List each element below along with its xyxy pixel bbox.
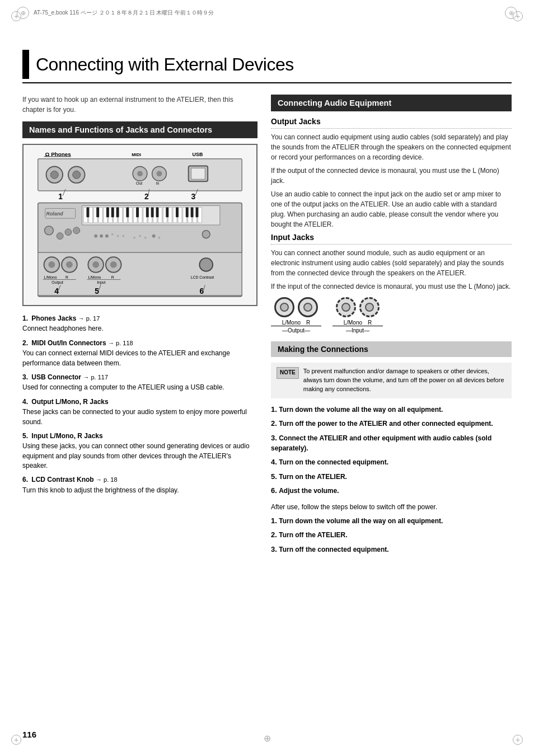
output-lmono-label: L/Mono [282,320,301,326]
svg-text:Roland: Roland [46,211,64,217]
output-jacks-title: Output Jacks [271,117,512,126]
header-text: AT-75_e.book 116 ページ ２０１８年８月２１日 木曜日 午前１０… [34,9,214,17]
list-item-2: 2. MIDI Out/In Connectors → p. 118 You c… [22,339,257,368]
svg-point-9 [137,171,143,176]
svg-rect-64 [191,207,194,217]
after-step-2: 2. Turn off the ATELIER. [271,529,512,541]
connection-steps: 1. Turn down the volume all the way on a… [271,404,512,496]
input-label-text: —Input— [346,327,369,334]
svg-rect-55 [116,207,119,217]
svg-text:4: 4 [54,287,59,295]
svg-text:Output: Output [51,280,63,285]
svg-text:MIDI: MIDI [132,152,141,157]
corner-mark-bl [11,735,21,745]
list-item-6: 6. LCD Contrast Knob → p. 18 Turn this k… [22,475,257,495]
output-labels-row: L/Mono R [282,320,311,326]
page-title-area: Connecting with External Devices [0,19,534,95]
svg-point-88 [92,261,99,268]
svg-rect-62 [176,207,179,217]
title-bar: Connecting with External Devices [22,50,512,83]
bottom-center-crosshair: ⊕ [264,733,271,744]
corner-mark-tl [11,11,21,21]
audio-connectors-diagram: L/Mono R —Output— [271,297,512,334]
svg-text:Input: Input [97,280,105,285]
svg-text:USB: USB [193,152,203,157]
svg-point-73 [111,233,114,236]
svg-point-84 [48,261,55,268]
jacks-diagram: Ω Phones MIDI Out [22,144,257,306]
svg-text:Ω Phones: Ω Phones [45,151,72,157]
svg-point-67 [57,233,63,240]
svg-text:L/Mono: L/Mono [88,275,101,279]
input-labels-row: L/Mono R [344,320,372,326]
step-3: 3. Connect the ATELIER and other equipme… [271,433,512,454]
input-jack-right-inner [365,303,374,312]
svg-point-12 [157,171,162,176]
svg-rect-36 [128,207,132,223]
output-jacks-row [274,297,318,317]
svg-point-4 [50,171,58,179]
svg-point-66 [45,226,54,235]
after-steps: 1. Turn down the volume all the way on a… [271,515,512,555]
svg-rect-56 [126,207,129,217]
svg-text:R: R [111,275,114,279]
output-jacks-body1: You can connect audio equipment using au… [271,132,512,162]
step-4: 4. Turn on the connected equipment. [271,457,512,468]
svg-point-76 [133,237,135,239]
svg-point-70 [94,234,97,238]
input-jack-group: L/Mono R —Input— [332,297,383,334]
left-column: If you want to hook up an external instr… [22,95,257,558]
input-section-label: —Input— [332,326,383,334]
page-number: 116 [22,730,36,739]
output-jack-left-inner [280,303,289,312]
svg-rect-51 [86,207,89,217]
input-jack-right [359,297,380,317]
svg-point-86 [66,261,73,268]
svg-rect-44 [168,207,172,223]
step-6: 6. Adjust the volume. [271,485,512,496]
output-r-label: R [306,320,310,326]
diagram-svg: Ω Phones MIDI Out [29,151,251,299]
svg-text:6: 6 [199,287,204,295]
svg-rect-59 [151,207,154,217]
svg-rect-57 [136,207,139,217]
svg-rect-52 [96,207,99,217]
section-header-jacks: Names and Functions of Jacks and Connect… [22,121,257,138]
after-step-1: 1. Turn down the volume all the way on a… [271,515,512,527]
section-header-connections: Making the Connections [271,341,512,357]
note-badge: NOTE [277,367,299,379]
svg-rect-53 [106,207,109,217]
svg-point-77 [139,235,141,237]
svg-point-79 [152,234,156,238]
svg-point-74 [117,235,119,237]
corner-mark-br [513,735,523,745]
svg-text:2: 2 [144,192,149,201]
svg-rect-28 [88,207,92,223]
step-5: 5. Turn on the ATELIER. [271,471,512,482]
list-item-4: 4. Output L/Mono, R Jacks These jacks ca… [22,397,257,427]
intro-text: If you want to hook up an external instr… [22,95,257,115]
svg-text:In: In [156,181,160,185]
jacks-list: 1. Phones Jacks → p. 17 Connect headphon… [22,314,257,495]
svg-text:LCD Contrast: LCD Contrast [191,275,214,279]
note-box: NOTE To prevent malfunction and/or damag… [271,363,512,398]
step-2: 2. Turn off the power to the ATELIER and… [271,418,512,429]
svg-rect-50 [198,207,202,223]
corner-mark-tr [513,11,523,21]
input-lmono-label: L/Mono [344,320,362,326]
output-label-text: —Output— [282,327,310,334]
input-jacks-title: Input Jacks [271,233,512,242]
svg-rect-58 [146,207,149,217]
input-jack-left [336,297,356,317]
after-step-3: 3. Turn off the connected equipment. [271,544,512,555]
two-column-layout: If you want to hook up an external instr… [0,95,534,558]
svg-point-90 [110,261,117,268]
svg-text:Out: Out [136,181,142,185]
list-item-5: 5. Input L/Mono, R Jacks Using these jac… [22,431,257,471]
svg-rect-63 [186,207,189,217]
svg-point-72 [105,234,109,238]
svg-rect-42 [158,207,162,223]
svg-point-91 [199,258,213,271]
list-item-1: 1. Phones Jacks → p. 17 Connect headphon… [22,314,257,334]
svg-point-75 [122,235,124,237]
